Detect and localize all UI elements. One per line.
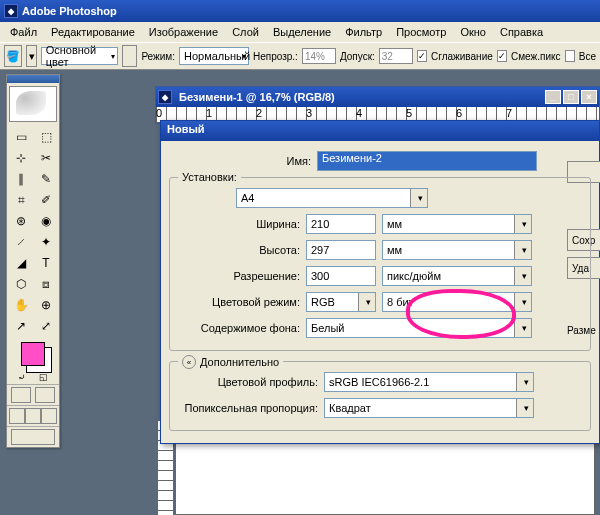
menu-file[interactable]: Файл bbox=[4, 24, 43, 40]
colormode-label: Цветовой режим: bbox=[176, 296, 306, 308]
app-titlebar: ◆ Adobe Photoshop bbox=[0, 0, 600, 22]
tool-history[interactable]: ◉ bbox=[34, 211, 58, 231]
tool-crop[interactable]: ∥ bbox=[9, 169, 33, 189]
menu-image[interactable]: Изображение bbox=[143, 24, 224, 40]
tool-eraser[interactable]: ⟋ bbox=[9, 232, 33, 252]
close-button[interactable]: × bbox=[581, 90, 597, 104]
tool-marquee[interactable]: ▭ bbox=[9, 127, 33, 147]
app-icon: ◆ bbox=[4, 4, 18, 18]
preset-label: Установки: bbox=[178, 171, 241, 183]
options-bar: 🪣 ▾ Основной цвет Режим: Нормальный Непр… bbox=[0, 42, 600, 70]
opacity-label: Непрозр.: bbox=[253, 51, 298, 62]
background-label: Содержимое фона: bbox=[176, 322, 306, 334]
app-title: Adobe Photoshop bbox=[22, 5, 117, 17]
tool-wand[interactable]: ✂ bbox=[34, 148, 58, 168]
toolbox: ▭ ⬚ ⊹ ✂ ∥ ✎ ⌗ ✐ ⊛ ◉ ⟋ ✦ ◢ T ⬡ ⧈ ✋ ⊕ ↗ ⤢ … bbox=[6, 74, 60, 448]
minimize-button[interactable]: _ bbox=[545, 90, 561, 104]
tool-heal[interactable]: ⌗ bbox=[9, 190, 33, 210]
chevron-up-icon[interactable]: « bbox=[182, 355, 196, 369]
document-title: Безимени-1 @ 16,7% (RGB/8) bbox=[179, 91, 335, 103]
tool-lasso[interactable]: ⊹ bbox=[9, 148, 33, 168]
menu-help[interactable]: Справка bbox=[494, 24, 549, 40]
quickmask-on[interactable] bbox=[35, 387, 55, 403]
opacity-input[interactable] bbox=[302, 48, 336, 64]
pixelaspect-label: Попиксельная пропорция: bbox=[176, 402, 324, 414]
tool-stamp[interactable]: ⊛ bbox=[9, 211, 33, 231]
tool-path[interactable]: ⬡ bbox=[9, 274, 33, 294]
height-label: Высота: bbox=[176, 244, 306, 256]
tool-eyedrop[interactable]: ⊕ bbox=[34, 295, 58, 315]
screen-full[interactable] bbox=[41, 408, 57, 424]
current-tool-icon[interactable]: 🪣 bbox=[4, 45, 22, 67]
resolution-unit-select[interactable]: пикс/дюйм bbox=[382, 266, 532, 286]
colormode-select[interactable]: RGB bbox=[306, 292, 376, 312]
menu-layer[interactable]: Слой bbox=[226, 24, 265, 40]
background-select[interactable]: Белый bbox=[306, 318, 532, 338]
name-input[interactable]: Безимени-2 bbox=[317, 151, 537, 171]
tool-preset-dropdown[interactable]: ▾ bbox=[26, 45, 36, 67]
contiguous-checkbox[interactable]: ✓ bbox=[497, 50, 507, 62]
profile-label: Цветовой профиль: bbox=[176, 376, 324, 388]
tool-zoom[interactable]: ⤢ bbox=[34, 316, 58, 336]
screen-full-menu[interactable] bbox=[25, 408, 41, 424]
profile-select[interactable]: sRGB IEC61966-2.1 bbox=[324, 372, 534, 392]
resolution-input[interactable] bbox=[306, 266, 376, 286]
swap-colors-icon[interactable]: ⤾ bbox=[18, 372, 26, 382]
mode-label: Режим: bbox=[141, 51, 175, 62]
new-document-dialog: Новый Сохр Уда Разме Имя: Безимени-2 Уст… bbox=[160, 120, 600, 444]
toolbox-header[interactable] bbox=[7, 75, 59, 83]
resolution-label: Разрешение: bbox=[176, 270, 306, 282]
screen-std[interactable] bbox=[9, 408, 25, 424]
bitdepth-select[interactable]: 8 бит bbox=[382, 292, 532, 312]
width-input[interactable] bbox=[306, 214, 376, 234]
tool-blur[interactable]: ◢ bbox=[9, 253, 33, 273]
height-input[interactable] bbox=[306, 240, 376, 260]
color-swatch[interactable] bbox=[21, 342, 45, 366]
default-colors-icon[interactable]: ◱ bbox=[39, 372, 48, 382]
height-unit-select[interactable]: мм bbox=[382, 240, 532, 260]
tool-notes[interactable]: ✋ bbox=[9, 295, 33, 315]
pattern-picker[interactable] bbox=[122, 45, 137, 67]
tool-slice[interactable]: ✎ bbox=[34, 169, 58, 189]
advanced-label: Дополнительно bbox=[200, 356, 279, 368]
antialias-checkbox[interactable]: ✓ bbox=[417, 50, 427, 62]
preset-select[interactable]: A4 bbox=[236, 188, 428, 208]
dialog-titlebar[interactable]: Новый bbox=[161, 121, 599, 141]
blend-mode-select[interactable]: Нормальный bbox=[179, 47, 249, 65]
menu-window[interactable]: Окно bbox=[454, 24, 492, 40]
tool-shape[interactable]: ⧈ bbox=[34, 274, 58, 294]
antialias-label: Сглаживание bbox=[431, 51, 493, 62]
jump-to[interactable] bbox=[11, 429, 55, 445]
maximize-button[interactable]: □ bbox=[563, 90, 579, 104]
tool-hand[interactable]: ↗ bbox=[9, 316, 33, 336]
menu-view[interactable]: Просмотр bbox=[390, 24, 452, 40]
document-titlebar[interactable]: ◆Безимени-1 @ 16,7% (RGB/8) _ □ × bbox=[156, 87, 599, 107]
pixelaspect-select[interactable]: Квадрат bbox=[324, 398, 534, 418]
width-label: Ширина: bbox=[176, 218, 306, 230]
width-unit-select[interactable]: мм bbox=[382, 214, 532, 234]
tool-move[interactable]: ⬚ bbox=[34, 127, 58, 147]
fill-source-select[interactable]: Основной цвет bbox=[41, 47, 119, 65]
document-window: ◆Безимени-1 @ 16,7% (RGB/8) _ □ × 012345… bbox=[155, 86, 600, 124]
menu-select[interactable]: Выделение bbox=[267, 24, 337, 40]
alllayers-label: Все bbox=[579, 51, 596, 62]
menu-edit[interactable]: Редактирование bbox=[45, 24, 141, 40]
menubar: Файл Редактирование Изображение Слой Выд… bbox=[0, 22, 600, 42]
quickmask-off[interactable] bbox=[11, 387, 31, 403]
menu-filter[interactable]: Фильтр bbox=[339, 24, 388, 40]
doc-icon: ◆ bbox=[158, 90, 172, 104]
brush-preview bbox=[9, 86, 57, 122]
name-label: Имя: bbox=[169, 155, 317, 167]
tool-type[interactable]: T bbox=[34, 253, 58, 273]
tool-brush[interactable]: ✐ bbox=[34, 190, 58, 210]
tolerance-label: Допуск: bbox=[340, 51, 375, 62]
tolerance-input[interactable] bbox=[379, 48, 413, 64]
alllayers-checkbox[interactable] bbox=[565, 50, 575, 62]
contiguous-label: Смеж.пикс bbox=[511, 51, 561, 62]
tool-gradient[interactable]: ✦ bbox=[34, 232, 58, 252]
